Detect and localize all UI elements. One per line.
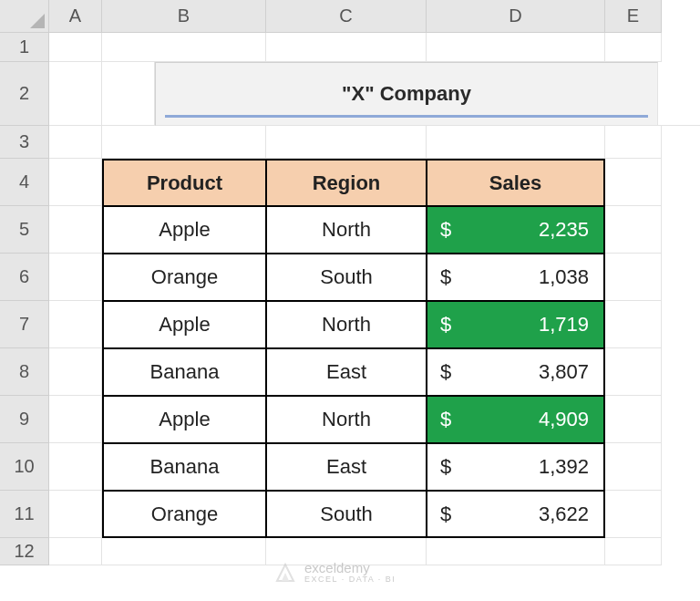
sales-value: 3,622: [539, 503, 589, 526]
cell-product[interactable]: Apple: [102, 301, 266, 348]
title-underline: [165, 115, 648, 118]
cell-product[interactable]: Apple: [102, 396, 266, 443]
cell-region[interactable]: North: [266, 301, 427, 348]
page-title: "X" Company: [342, 82, 471, 106]
cell-sales[interactable]: $3,807: [427, 348, 605, 396]
spreadsheet: ABCDE 123456789101112 "X" CompanyProduct…: [0, 0, 700, 601]
cell-sales[interactable]: $1,392: [427, 443, 605, 491]
cell[interactable]: [49, 33, 102, 62]
watermark-brand: exceldemy: [304, 561, 396, 575]
cell-product[interactable]: Banana: [102, 443, 266, 491]
select-all-icon: [30, 14, 45, 28]
cell[interactable]: [266, 33, 427, 62]
table-header-sales[interactable]: Sales: [427, 159, 605, 206]
currency-symbol: $: [440, 360, 451, 384]
row-headers: 123456789101112: [0, 33, 49, 565]
row-header-12[interactable]: 12: [0, 538, 49, 565]
cell[interactable]: [49, 126, 102, 159]
cell[interactable]: [605, 254, 662, 301]
cell-product[interactable]: Banana: [102, 348, 266, 396]
currency-symbol: $: [440, 265, 451, 289]
watermark-sub: EXCEL · DATA · BI: [304, 575, 396, 584]
cell-product[interactable]: Apple: [102, 206, 266, 254]
table-header-region[interactable]: Region: [266, 159, 427, 206]
cell[interactable]: [49, 62, 102, 126]
cell[interactable]: [266, 126, 427, 159]
currency-symbol: $: [440, 313, 451, 337]
cell-sales[interactable]: $1,038: [427, 254, 605, 301]
cell[interactable]: [49, 206, 102, 254]
cell[interactable]: [49, 443, 102, 491]
row-header-6[interactable]: 6: [0, 254, 49, 301]
cell[interactable]: [49, 159, 102, 206]
sales-value: 2,235: [539, 218, 589, 242]
cell-sales[interactable]: $2,235: [427, 206, 605, 254]
cell[interactable]: [605, 126, 662, 159]
cell[interactable]: [49, 538, 102, 565]
cell-region[interactable]: East: [266, 443, 427, 491]
row-header-5[interactable]: 5: [0, 206, 49, 254]
cell[interactable]: [427, 538, 605, 565]
column-header-B[interactable]: B: [102, 0, 266, 33]
row-header-4[interactable]: 4: [0, 159, 49, 206]
row-header-8[interactable]: 8: [0, 348, 49, 396]
column-header-E[interactable]: E: [605, 0, 662, 33]
column-header-D[interactable]: D: [427, 0, 605, 33]
cell[interactable]: [605, 348, 662, 396]
cell[interactable]: [605, 301, 662, 348]
cell[interactable]: [658, 62, 700, 126]
cell[interactable]: [605, 491, 662, 538]
cell-product[interactable]: Orange: [102, 491, 266, 538]
cell-region[interactable]: East: [266, 348, 427, 396]
table-header-product[interactable]: Product: [102, 159, 266, 206]
cell[interactable]: [49, 254, 102, 301]
sales-value: 3,807: [539, 360, 589, 384]
cell[interactable]: [605, 159, 662, 206]
cell[interactable]: [49, 491, 102, 538]
cell[interactable]: [49, 396, 102, 443]
watermark-icon: [273, 561, 297, 585]
column-header-C[interactable]: C: [266, 0, 427, 33]
column-headers: ABCDE: [49, 0, 662, 33]
select-all-corner[interactable]: [0, 0, 49, 33]
row-header-7[interactable]: 7: [0, 301, 49, 348]
cell[interactable]: [49, 301, 102, 348]
row-header-10[interactable]: 10: [0, 443, 49, 491]
cell-region[interactable]: South: [266, 254, 427, 301]
currency-symbol: $: [440, 455, 451, 479]
row-header-1[interactable]: 1: [0, 33, 49, 62]
cell-region[interactable]: North: [266, 396, 427, 443]
cell[interactable]: [102, 33, 266, 62]
currency-symbol: $: [440, 218, 451, 242]
cell[interactable]: [605, 443, 662, 491]
cell[interactable]: [427, 126, 605, 159]
cell[interactable]: [605, 538, 662, 565]
cell-region[interactable]: South: [266, 491, 427, 538]
row-header-3[interactable]: 3: [0, 126, 49, 159]
watermark: exceldemy EXCEL · DATA · BI: [273, 561, 396, 585]
cell-product[interactable]: Orange: [102, 254, 266, 301]
cell[interactable]: [102, 62, 155, 126]
row-header-11[interactable]: 11: [0, 491, 49, 538]
cell-sales[interactable]: $4,909: [427, 396, 605, 443]
sales-value: 4,909: [539, 408, 589, 431]
sales-value: 1,719: [539, 313, 589, 337]
cell[interactable]: [605, 33, 662, 62]
cell[interactable]: [102, 538, 266, 565]
cell[interactable]: [427, 33, 605, 62]
cell-grid: "X" CompanyProductRegionSalesAppleNorth$…: [49, 33, 700, 565]
column-header-A[interactable]: A: [49, 0, 102, 33]
cell-region[interactable]: North: [266, 206, 427, 254]
cell[interactable]: [49, 348, 102, 396]
cell-sales[interactable]: $1,719: [427, 301, 605, 348]
sales-value: 1,038: [539, 265, 589, 289]
currency-symbol: $: [440, 503, 451, 526]
row-header-2[interactable]: 2: [0, 62, 49, 126]
title-cell[interactable]: "X" Company: [155, 62, 658, 126]
row-header-9[interactable]: 9: [0, 396, 49, 443]
cell-sales[interactable]: $3,622: [427, 491, 605, 538]
cell[interactable]: [605, 396, 662, 443]
cell[interactable]: [102, 126, 266, 159]
cell[interactable]: [605, 206, 662, 254]
sales-value: 1,392: [539, 455, 589, 479]
